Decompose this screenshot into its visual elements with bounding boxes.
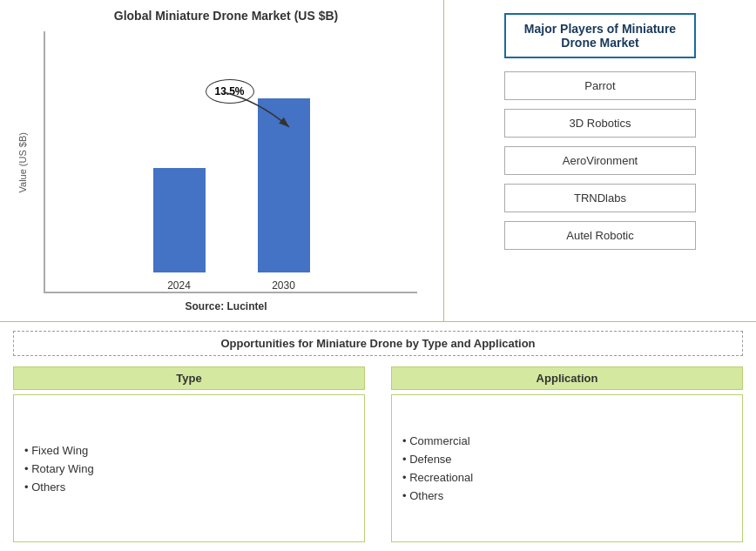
app-item-3: Recreational: [402, 471, 732, 484]
type-header: Type: [13, 366, 365, 390]
type-content: Fixed Wing Rotary Wing Others: [13, 394, 365, 542]
y-axis-label: Value (US $B): [17, 132, 28, 193]
chart-inner: 13.5%: [35, 31, 435, 293]
type-column: Type Fixed Wing Rotary Wing Others: [13, 366, 365, 542]
app-item-2: Defense: [402, 453, 732, 466]
player-4: TRNDlabs: [504, 184, 696, 212]
top-section: Global Miniature Drone Market (US $B) Va…: [0, 0, 756, 322]
main-container: Global Miniature Drone Market (US $B) Va…: [0, 0, 756, 551]
app-item-4: Others: [402, 489, 732, 502]
player-5: Autel Robotic: [504, 221, 696, 250]
type-item-2: Rotary Wing: [24, 462, 354, 475]
bottom-section: Opportunities for Miniature Drone by Typ…: [0, 322, 756, 551]
chart-area: Value (US $B) 13.5%: [17, 31, 435, 293]
cagr-arrow: [224, 92, 294, 136]
bars-container: 13.5%: [44, 31, 417, 293]
player-1: Parrot: [504, 71, 696, 100]
type-item-3: Others: [24, 480, 354, 494]
source-text: Source: Lucintel: [185, 300, 267, 312]
app-header: Application: [391, 366, 743, 390]
bar-2024-label: 2024: [167, 279, 191, 292]
chart-title: Global Miniature Drone Market (US $B): [114, 9, 338, 23]
app-item-1: Commercial: [402, 434, 732, 447]
opportunities-title: Opportunities for Miniature Drone by Typ…: [13, 331, 743, 356]
application-column: Application Commercial Defense Recreatio…: [391, 366, 743, 542]
players-title: Major Players of Miniature Drone Market: [504, 13, 696, 58]
bar-2030-label: 2030: [272, 279, 295, 292]
bar-2024: 2024: [153, 168, 206, 292]
bottom-columns: Type Fixed Wing Rotary Wing Others Appli…: [13, 366, 743, 542]
player-2: 3D Robotics: [504, 109, 696, 138]
app-content: Commercial Defense Recreational Others: [391, 394, 743, 542]
players-section: Major Players of Miniature Drone Market …: [444, 0, 756, 321]
chart-section: Global Miniature Drone Market (US $B) Va…: [0, 0, 444, 321]
player-3: AeroVironment: [504, 146, 696, 175]
bar-2024-rect: [153, 168, 206, 272]
type-item-1: Fixed Wing: [24, 444, 354, 457]
